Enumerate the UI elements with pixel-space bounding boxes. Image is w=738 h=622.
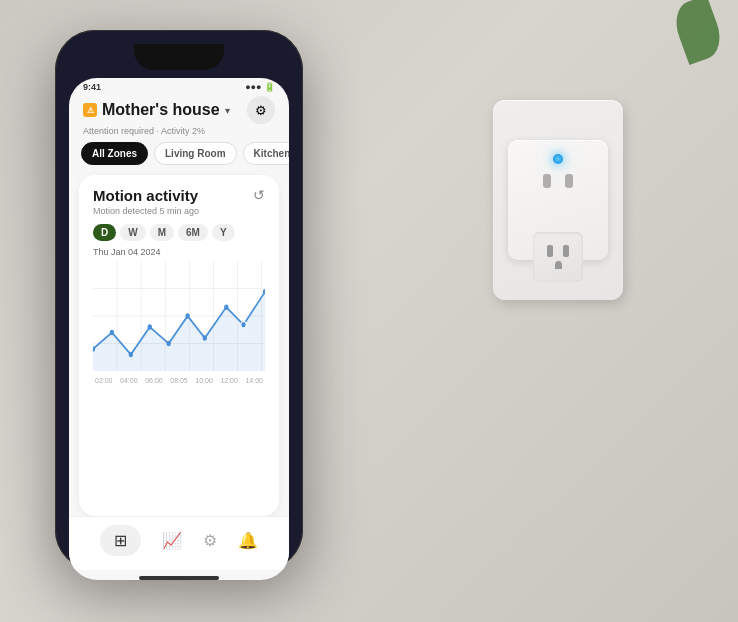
warning-icon: ⚠ <box>83 103 97 117</box>
outlet-slot-right <box>565 174 573 188</box>
svg-point-18 <box>241 322 246 329</box>
svg-point-16 <box>203 335 207 341</box>
time-btn-w[interactable]: W <box>120 224 145 241</box>
x-label-6: 14:00 <box>245 377 263 384</box>
grid-icon: ⊞ <box>114 531 127 550</box>
outlet-slot-small-left <box>547 245 553 257</box>
header-row: ⚠ Mother's house ▾ ⚙ <box>83 96 275 124</box>
history-icon[interactable]: ↺ <box>253 187 265 203</box>
outlet-slot-left <box>543 174 551 188</box>
motion-subtitle: Motion detected 5 min ago <box>93 206 265 216</box>
gear-icon: ⚙ <box>255 103 267 118</box>
bell-icon: 🔔 <box>238 531 258 550</box>
settings-nav-icon: ⚙ <box>203 531 217 550</box>
x-label-3: 08:05 <box>170 377 188 384</box>
chart-icon: 📈 <box>162 531 182 550</box>
phone-device: 9:41 ●●● 🔋 ⚠ Mother's house ▾ ⚙ Attentio… <box>55 30 303 570</box>
tab-all-zones[interactable]: All Zones <box>81 142 148 165</box>
svg-point-13 <box>148 324 152 330</box>
status-icons: ●●● 🔋 <box>245 82 275 92</box>
time-btn-d[interactable]: D <box>93 224 116 241</box>
plug-led <box>553 154 563 164</box>
phone-screen: 9:41 ●●● 🔋 ⚠ Mother's house ▾ ⚙ Attentio… <box>69 78 289 580</box>
time-selector: D W M 6M Y <box>93 224 265 241</box>
smart-plug-wrapper <box>493 100 623 300</box>
outlet-slots-row <box>547 245 569 257</box>
nav-activity[interactable]: 📈 <box>162 531 182 550</box>
x-label-4: 10:00 <box>195 377 213 384</box>
date-label: Thu Jan 04 2024 <box>93 247 265 257</box>
motion-card-header: Motion activity ↺ <box>93 187 265 204</box>
pass-through-outlet <box>533 232 583 282</box>
x-label-1: 04:00 <box>120 377 138 384</box>
motion-title: Motion activity <box>93 187 198 204</box>
house-title[interactable]: Mother's house <box>102 101 220 119</box>
svg-point-17 <box>224 304 228 310</box>
header-subtitle: Attention required · Activity 2% <box>83 126 275 136</box>
app-header: ⚠ Mother's house ▾ ⚙ Attention required … <box>69 94 289 142</box>
motion-chart: 02:00 04:00 06:00 08:05 10:00 12:00 14:0… <box>93 261 265 391</box>
time-display: 9:41 <box>83 82 101 92</box>
time-btn-6m[interactable]: 6M <box>178 224 208 241</box>
x-label-2: 06:00 <box>145 377 163 384</box>
chart-svg <box>93 261 265 371</box>
tab-kitchen[interactable]: Kitchen <box>243 142 289 165</box>
bottom-nav: ⊞ 📈 ⚙ 🔔 <box>69 516 289 570</box>
chevron-down-icon[interactable]: ▾ <box>225 105 230 116</box>
phone-notch <box>134 44 224 70</box>
outlet-slot-small-right <box>563 245 569 257</box>
time-btn-m[interactable]: M <box>150 224 174 241</box>
svg-point-15 <box>185 313 189 319</box>
svg-point-12 <box>129 352 133 358</box>
zone-tabs: All Zones Living Room Kitchen Bath <box>69 142 289 165</box>
nav-home[interactable]: ⊞ <box>100 525 141 556</box>
x-label-5: 12:00 <box>220 377 238 384</box>
title-group: ⚠ Mother's house ▾ <box>83 101 230 119</box>
outlet-top <box>543 174 573 188</box>
motion-activity-card: Motion activity ↺ Motion detected 5 min … <box>79 175 279 516</box>
svg-point-14 <box>167 341 171 347</box>
home-indicator <box>139 576 219 580</box>
x-axis-labels: 02:00 04:00 06:00 08:05 10:00 12:00 14:0… <box>93 377 265 384</box>
tab-living-room[interactable]: Living Room <box>154 142 237 165</box>
nav-notifications[interactable]: 🔔 <box>238 531 258 550</box>
nav-settings[interactable]: ⚙ <box>203 531 217 550</box>
wall-plate <box>493 100 623 300</box>
settings-button[interactable]: ⚙ <box>247 96 275 124</box>
status-bar: 9:41 ●●● 🔋 <box>69 78 289 94</box>
outlet-ground <box>555 261 562 269</box>
x-label-0: 02:00 <box>95 377 113 384</box>
svg-point-11 <box>110 330 114 336</box>
time-btn-y[interactable]: Y <box>212 224 235 241</box>
